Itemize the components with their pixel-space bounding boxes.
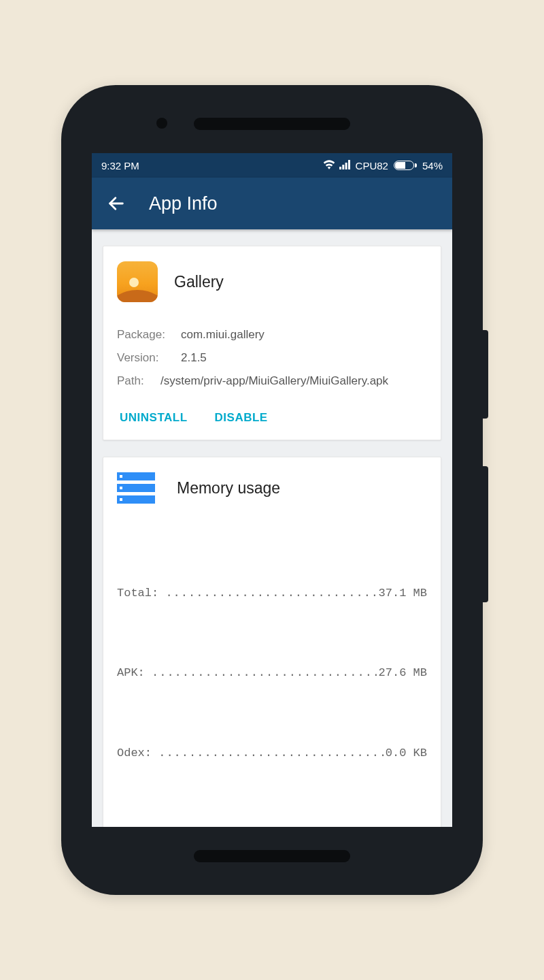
package-row: Package: com.miui.gallery: [117, 328, 427, 342]
status-right: CPU82 54%: [323, 160, 443, 172]
app-header: Gallery: [117, 261, 427, 302]
memory-card: Memory usage Total: ....................…: [103, 457, 441, 827]
memory-label: Total:: [117, 580, 158, 606]
version-label: Version:: [117, 351, 174, 365]
status-time: 9:32 PM: [101, 160, 139, 172]
package-label: Package:: [117, 328, 174, 342]
phone-frame: 9:32 PM CPU82 54%: [61, 85, 483, 895]
app-bar: App Info: [92, 178, 452, 229]
arrow-left-icon: [107, 194, 126, 213]
phone-camera: [156, 118, 167, 129]
memory-header: Memory usage: [117, 472, 427, 504]
memory-row-libs: Libs: ..................................…: [117, 819, 427, 827]
card-actions: UNINSTALL DISABLE: [117, 411, 427, 425]
page-title: App Info: [149, 193, 218, 214]
app-name: Gallery: [174, 273, 224, 291]
memory-value: 0.0 KB: [386, 740, 427, 766]
memory-label: Libs:: [117, 819, 152, 827]
memory-value: 0.0 KB: [386, 819, 427, 827]
app-info-card: Gallery Package: com.miui.gallery Versio…: [103, 246, 441, 440]
memory-value: 27.6 MB: [379, 659, 427, 686]
memory-title: Memory usage: [177, 479, 280, 497]
status-cpu: CPU82: [356, 160, 388, 172]
memory-row-total: Total: .................................…: [117, 580, 427, 606]
memory-dots: ....................................: [152, 659, 379, 686]
uninstall-button[interactable]: UNINSTALL: [120, 411, 188, 425]
memory-row-odex: Odex: ..................................…: [117, 740, 427, 766]
memory-icon: [117, 472, 155, 504]
status-bar: 9:32 PM CPU82 54%: [92, 153, 452, 178]
phone-speaker: [194, 850, 350, 862]
memory-label: APK:: [117, 659, 145, 686]
battery-icon: [394, 161, 417, 170]
memory-dots: ....................................: [158, 819, 386, 827]
app-icon: [117, 261, 158, 302]
memory-list: Total: .................................…: [117, 527, 427, 827]
signal-icon: [339, 160, 350, 172]
memory-dots: ....................................: [165, 580, 378, 606]
status-battery-pct: 54%: [422, 160, 443, 172]
content: Gallery Package: com.miui.gallery Versio…: [92, 229, 452, 827]
version-value: 2.1.5: [181, 351, 207, 365]
path-value: /system/priv-app/MiuiGallery/MiuiGallery…: [160, 374, 388, 388]
screen: 9:32 PM CPU82 54%: [92, 153, 452, 827]
disable-button[interactable]: DISABLE: [215, 411, 268, 425]
phone-earpiece: [194, 118, 350, 130]
memory-row-apk: APK: ...................................…: [117, 659, 427, 686]
status-icons: [323, 160, 350, 172]
memory-label: Odex:: [117, 740, 152, 766]
path-row: Path: /system/priv-app/MiuiGallery/MiuiG…: [117, 374, 427, 388]
back-button[interactable]: [103, 190, 130, 217]
version-row: Version: 2.1.5: [117, 351, 427, 365]
wifi-icon: [323, 160, 335, 172]
memory-dots: ....................................: [158, 740, 386, 766]
memory-value: 37.1 MB: [379, 580, 427, 606]
package-value: com.miui.gallery: [181, 328, 265, 342]
path-label: Path:: [117, 374, 154, 388]
